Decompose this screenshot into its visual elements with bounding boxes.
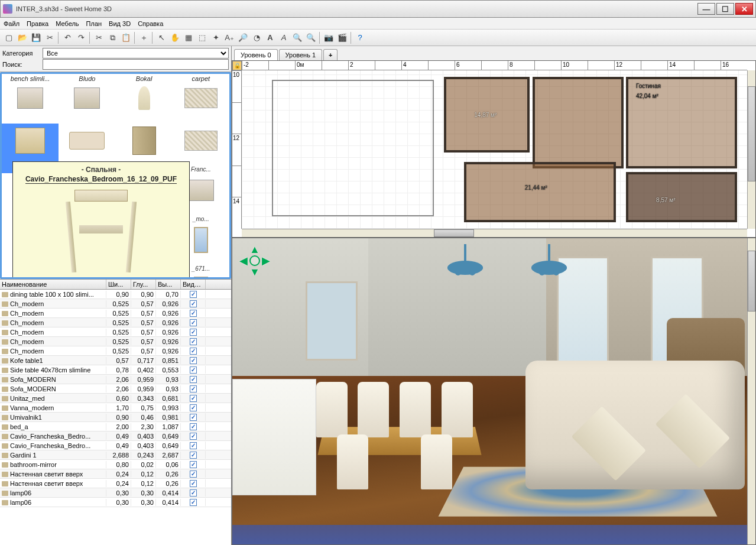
catalog-item[interactable]: bench slimli... [2,74,59,124]
undo-icon[interactable]: ↶ [61,31,74,44]
redo-icon[interactable]: ↷ [74,31,87,44]
search-input[interactable] [43,59,229,70]
cell-visible[interactable]: ✓ [181,319,206,326]
save-icon[interactable]: 💾 [30,31,43,44]
cell-visible[interactable]: ✓ [181,347,206,355]
nav-center-icon[interactable] [249,255,260,266]
menu-edit[interactable]: Правка [27,20,48,27]
menu-furniture[interactable]: Мебель [56,20,79,27]
table-row[interactable]: Umivalnik10,900,460,981✓ [0,413,231,422]
compass-icon[interactable]: ◔ [250,31,263,44]
table-row[interactable]: Ch_modern0,5250,570,926✓ [0,337,231,346]
menu-help[interactable]: Справка [138,20,163,27]
catalog-item[interactable]: Bokal [116,74,173,124]
text-style-icon[interactable]: A [264,31,277,44]
category-select[interactable]: Все [43,48,229,59]
new-icon[interactable]: ▢ [2,31,15,44]
tab-level-1[interactable]: Уровень 1 [279,49,323,60]
room-icon[interactable]: ⬚ [196,31,209,44]
table-row[interactable]: bed_a2,002,301,087✓ [0,422,231,432]
cell-visible[interactable]: ✓ [181,442,206,449]
cut-icon[interactable]: ✂ [92,31,105,44]
table-row[interactable]: Настенная светит вверх0,240,120,26✓ [0,479,231,488]
plan-vscroll[interactable] [747,70,755,229]
cell-visible[interactable]: ✓ [181,309,206,317]
copy-icon[interactable]: ⧉ [106,31,119,44]
table-row[interactable]: Cavio_Francheska_Bedro...0,490,4030,649✓ [0,432,231,441]
table-row[interactable]: Ch_modern0,5250,570,926✓ [0,299,231,309]
table-row[interactable]: Ch_modern0,5250,570,926✓ [0,346,231,356]
table-row[interactable]: lamp060,300,300,414✓ [0,498,231,507]
polyline-icon[interactable]: ✦ [209,31,222,44]
table-row[interactable]: Kofe table10,570,7170,851✓ [0,356,231,365]
plan-view[interactable]: 🔒 -20м246810121416 101214 14,87 м² 21,44… [232,60,756,238]
table-row[interactable]: Настенная светит вверх0,240,120,26✓ [0,469,231,479]
cell-visible[interactable]: ✓ [181,366,206,374]
menu-plan[interactable]: План [86,20,102,27]
cell-visible[interactable]: ✓ [181,460,206,468]
col-height[interactable]: Вы... [156,280,181,289]
minimize-button[interactable]: — [697,3,715,15]
table-row[interactable]: Side table 40x78cm slimline0,780,4020,55… [0,365,231,375]
menu-file[interactable]: Файл [4,20,20,27]
maximize-button[interactable]: ☐ [716,3,734,15]
cell-visible[interactable]: ✓ [181,479,206,487]
text-icon[interactable]: 🔎 [236,31,249,44]
pan-icon[interactable]: ✋ [168,31,181,44]
cell-visible[interactable]: ✓ [181,423,206,430]
zoom-in-icon[interactable]: 🔍 [291,31,304,44]
nav-right-icon[interactable]: ▶ [261,255,271,266]
table-row[interactable]: Unitaz_med0,600,3430,681✓ [0,394,231,403]
cell-visible[interactable]: ✓ [181,385,206,392]
table-row[interactable]: Sofa_MODERN2,060,9590,93✓ [0,384,231,394]
table-row[interactable]: Ch_modern0,5250,570,926✓ [0,318,231,327]
video-icon[interactable]: 🎬 [336,31,349,44]
help-icon[interactable]: ? [353,31,366,44]
paste-icon[interactable]: 📋 [119,31,132,44]
cell-visible[interactable]: ✓ [181,470,206,478]
furniture-list-header[interactable]: Наименование Ши... Глу... Вы... Види... [0,280,231,290]
table-row[interactable]: lamp060,300,300,414✓ [0,488,231,498]
cell-visible[interactable]: ✓ [181,413,206,421]
plan-hscroll[interactable] [242,229,747,237]
zoom-out-icon[interactable]: 🔍 [304,31,317,44]
furniture-catalog[interactable]: bench slimli...BludoBokalcarpetCaFranc..… [0,72,231,279]
col-depth[interactable]: Глу... [131,280,156,289]
cell-visible[interactable]: ✓ [181,300,206,307]
lock-icon[interactable]: 🔒 [232,61,242,70]
cell-visible[interactable]: ✓ [181,338,206,345]
furniture-list[interactable]: Наименование Ши... Глу... Вы... Види... … [0,279,231,545]
dimension-icon[interactable]: A₊ [223,31,236,44]
cell-visible[interactable]: ✓ [181,404,206,411]
cell-visible[interactable]: ✓ [181,375,206,383]
table-row[interactable]: Gardini 12,6880,2432,687✓ [0,450,231,460]
nav-left-icon[interactable]: ◀ [238,255,249,266]
prefs-icon[interactable]: ✂ [43,31,56,44]
add-furniture-icon[interactable]: ＋ [137,31,150,44]
table-row[interactable]: Vanna_modern1,700,750,993✓ [0,403,231,413]
nav-down-icon[interactable]: ▼ [249,267,260,277]
cell-visible[interactable]: ✓ [181,328,206,336]
3d-vscroll[interactable] [747,238,755,544]
catalog-item[interactable]: carpet [173,74,229,124]
cell-visible[interactable]: ✓ [181,432,206,440]
nav-up-icon[interactable]: ▲ [249,244,260,255]
photo-icon[interactable]: 📷 [322,31,335,44]
table-row[interactable]: Sofa_MODERN2,060,9590,93✓ [0,375,231,384]
open-icon[interactable]: 📂 [16,31,29,44]
plan-canvas[interactable]: 14,87 м² 21,44 м² 8,57 м² Гостиная 42,04… [242,70,747,229]
col-visible[interactable]: Види... [181,280,206,289]
table-row[interactable]: dining table 100 x 100 slimi...0,900,900… [0,290,231,299]
wall-icon[interactable]: ▦ [182,31,195,44]
table-row[interactable]: Ch_modern0,5250,570,926✓ [0,309,231,318]
catalog-item[interactable]: Bludo [59,74,115,124]
cell-visible[interactable]: ✓ [181,498,206,506]
col-name[interactable]: Наименование [0,280,106,289]
col-width[interactable]: Ши... [106,280,131,289]
table-row[interactable]: Cavio_Francheska_Bedro...0,490,4030,649✓ [0,441,231,450]
select-icon[interactable]: ↖ [155,31,168,44]
cell-visible[interactable]: ✓ [181,394,206,402]
tab-level-0[interactable]: Уровень 0 [234,49,278,60]
table-row[interactable]: Ch_modern0,5250,570,926✓ [0,327,231,337]
tab-add-level[interactable]: + [323,49,338,60]
